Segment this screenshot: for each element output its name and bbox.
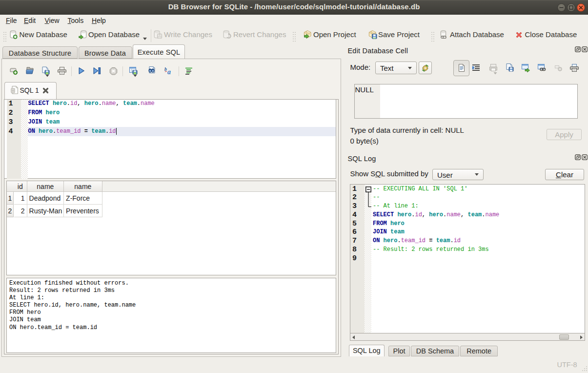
- svg-text:a: a: [167, 68, 171, 76]
- svg-text:b: b: [164, 66, 167, 72]
